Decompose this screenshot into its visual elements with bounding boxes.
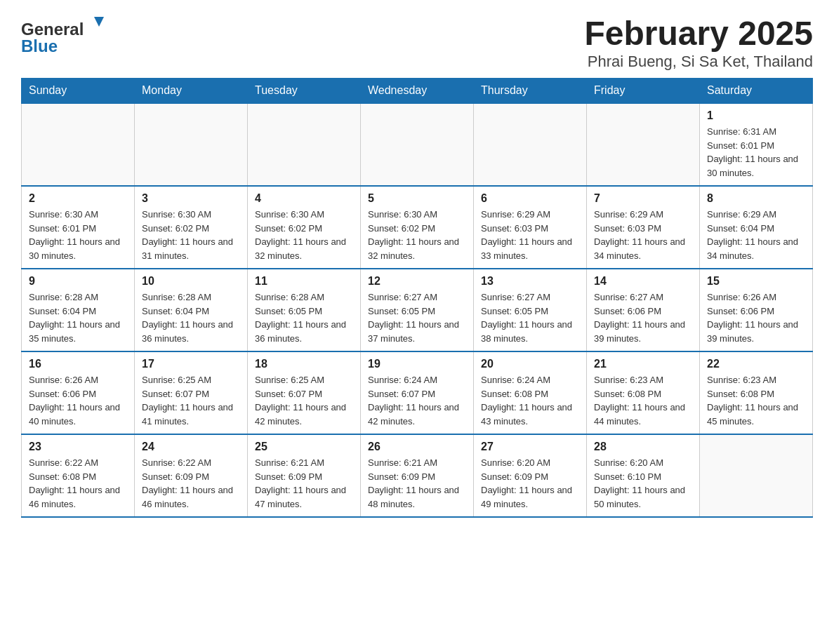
col-sunday: Sunday (22, 79, 135, 104)
calendar-cell-w4-d3: 19Sunrise: 6:24 AM Sunset: 6:07 PM Dayli… (361, 351, 474, 434)
calendar-cell-w5-d0: 23Sunrise: 6:22 AM Sunset: 6:08 PM Dayli… (22, 434, 135, 517)
day-number: 26 (368, 441, 466, 453)
calendar-cell-w4-d2: 18Sunrise: 6:25 AM Sunset: 6:07 PM Dayli… (248, 351, 361, 434)
calendar-table: Sunday Monday Tuesday Wednesday Thursday… (21, 78, 813, 518)
calendar-cell-w5-d6 (700, 434, 813, 517)
day-number: 6 (481, 192, 579, 205)
calendar-cell-w1-d5 (587, 103, 700, 186)
col-tuesday: Tuesday (248, 79, 361, 104)
calendar-cell-w3-d1: 10Sunrise: 6:28 AM Sunset: 6:04 PM Dayli… (135, 269, 248, 351)
svg-text:General: General (21, 20, 84, 39)
day-info: Sunrise: 6:28 AM Sunset: 6:04 PM Dayligh… (142, 290, 240, 345)
day-info: Sunrise: 6:29 AM Sunset: 6:03 PM Dayligh… (594, 208, 692, 262)
day-number: 7 (594, 192, 692, 205)
calendar-cell-w1-d0 (22, 103, 135, 186)
col-friday: Friday (587, 79, 700, 104)
day-number: 17 (142, 358, 240, 370)
calendar-cell-w1-d6: 1Sunrise: 6:31 AM Sunset: 6:01 PM Daylig… (700, 103, 813, 186)
day-info: Sunrise: 6:24 AM Sunset: 6:07 PM Dayligh… (368, 373, 466, 428)
day-info: Sunrise: 6:22 AM Sunset: 6:09 PM Dayligh… (142, 456, 240, 511)
day-number: 20 (481, 358, 579, 370)
svg-text:Blue: Blue (21, 36, 58, 55)
calendar-cell-w1-d1 (135, 103, 248, 186)
day-info: Sunrise: 6:29 AM Sunset: 6:03 PM Dayligh… (481, 208, 579, 262)
day-info: Sunrise: 6:20 AM Sunset: 6:09 PM Dayligh… (481, 456, 579, 511)
calendar-cell-w2-d1: 3Sunrise: 6:30 AM Sunset: 6:02 PM Daylig… (135, 186, 248, 269)
day-number: 13 (481, 275, 579, 288)
day-number: 21 (594, 358, 692, 370)
day-number: 2 (29, 192, 127, 205)
calendar-cell-w3-d6: 15Sunrise: 6:26 AM Sunset: 6:06 PM Dayli… (700, 269, 813, 351)
day-number: 16 (29, 358, 127, 370)
day-number: 28 (594, 441, 692, 453)
logo-svg: General Blue (21, 14, 105, 56)
day-info: Sunrise: 6:24 AM Sunset: 6:08 PM Dayligh… (481, 373, 579, 428)
day-info: Sunrise: 6:31 AM Sunset: 6:01 PM Dayligh… (707, 125, 805, 180)
day-info: Sunrise: 6:27 AM Sunset: 6:05 PM Dayligh… (481, 290, 579, 345)
calendar-cell-w3-d2: 11Sunrise: 6:28 AM Sunset: 6:05 PM Dayli… (248, 269, 361, 351)
calendar-cell-w5-d5: 28Sunrise: 6:20 AM Sunset: 6:10 PM Dayli… (587, 434, 700, 517)
day-info: Sunrise: 6:21 AM Sunset: 6:09 PM Dayligh… (368, 456, 466, 511)
calendar-cell-w3-d3: 12Sunrise: 6:27 AM Sunset: 6:05 PM Dayli… (361, 269, 474, 351)
day-number: 23 (29, 441, 127, 453)
calendar-cell-w5-d3: 26Sunrise: 6:21 AM Sunset: 6:09 PM Dayli… (361, 434, 474, 517)
calendar-cell-w4-d6: 22Sunrise: 6:23 AM Sunset: 6:08 PM Dayli… (700, 351, 813, 434)
day-info: Sunrise: 6:28 AM Sunset: 6:04 PM Dayligh… (29, 290, 127, 345)
calendar-cell-w4-d0: 16Sunrise: 6:26 AM Sunset: 6:06 PM Dayli… (22, 351, 135, 434)
calendar-week-3: 9Sunrise: 6:28 AM Sunset: 6:04 PM Daylig… (22, 269, 813, 351)
calendar-week-1: 1Sunrise: 6:31 AM Sunset: 6:01 PM Daylig… (22, 103, 813, 186)
calendar-week-4: 16Sunrise: 6:26 AM Sunset: 6:06 PM Dayli… (22, 351, 813, 434)
logo: General Blue (21, 14, 105, 56)
calendar-cell-w1-d3 (361, 103, 474, 186)
day-info: Sunrise: 6:23 AM Sunset: 6:08 PM Dayligh… (594, 373, 692, 428)
day-info: Sunrise: 6:25 AM Sunset: 6:07 PM Dayligh… (142, 373, 240, 428)
day-number: 12 (368, 275, 466, 288)
day-number: 8 (707, 192, 805, 205)
calendar-cell-w2-d3: 5Sunrise: 6:30 AM Sunset: 6:02 PM Daylig… (361, 186, 474, 269)
day-info: Sunrise: 6:27 AM Sunset: 6:06 PM Dayligh… (594, 290, 692, 345)
calendar-cell-w2-d5: 7Sunrise: 6:29 AM Sunset: 6:03 PM Daylig… (587, 186, 700, 269)
calendar-cell-w2-d6: 8Sunrise: 6:29 AM Sunset: 6:04 PM Daylig… (700, 186, 813, 269)
calendar-cell-w3-d0: 9Sunrise: 6:28 AM Sunset: 6:04 PM Daylig… (22, 269, 135, 351)
day-number: 14 (594, 275, 692, 288)
day-number: 11 (255, 275, 353, 288)
day-info: Sunrise: 6:22 AM Sunset: 6:08 PM Dayligh… (29, 456, 127, 511)
day-info: Sunrise: 6:30 AM Sunset: 6:01 PM Dayligh… (29, 208, 127, 262)
day-info: Sunrise: 6:20 AM Sunset: 6:10 PM Dayligh… (594, 456, 692, 511)
day-number: 27 (481, 441, 579, 453)
calendar-cell-w1-d4 (474, 103, 587, 186)
calendar-cell-w3-d5: 14Sunrise: 6:27 AM Sunset: 6:06 PM Dayli… (587, 269, 700, 351)
calendar-cell-w5-d1: 24Sunrise: 6:22 AM Sunset: 6:09 PM Dayli… (135, 434, 248, 517)
calendar-week-2: 2Sunrise: 6:30 AM Sunset: 6:01 PM Daylig… (22, 186, 813, 269)
calendar-cell-w5-d2: 25Sunrise: 6:21 AM Sunset: 6:09 PM Dayli… (248, 434, 361, 517)
day-number: 18 (255, 358, 353, 370)
day-info: Sunrise: 6:30 AM Sunset: 6:02 PM Dayligh… (368, 208, 466, 262)
day-number: 1 (707, 109, 805, 122)
day-info: Sunrise: 6:23 AM Sunset: 6:08 PM Dayligh… (707, 373, 805, 428)
day-info: Sunrise: 6:30 AM Sunset: 6:02 PM Dayligh… (255, 208, 353, 262)
svg-marker-1 (94, 17, 104, 27)
day-number: 25 (255, 441, 353, 453)
calendar-cell-w1-d2 (248, 103, 361, 186)
day-info: Sunrise: 6:26 AM Sunset: 6:06 PM Dayligh… (29, 373, 127, 428)
day-number: 10 (142, 275, 240, 288)
col-wednesday: Wednesday (361, 79, 474, 104)
day-number: 9 (29, 275, 127, 288)
calendar-cell-w4-d1: 17Sunrise: 6:25 AM Sunset: 6:07 PM Dayli… (135, 351, 248, 434)
calendar-cell-w4-d4: 20Sunrise: 6:24 AM Sunset: 6:08 PM Dayli… (474, 351, 587, 434)
calendar-header-row: Sunday Monday Tuesday Wednesday Thursday… (22, 79, 813, 104)
day-info: Sunrise: 6:27 AM Sunset: 6:05 PM Dayligh… (368, 290, 466, 345)
day-info: Sunrise: 6:30 AM Sunset: 6:02 PM Dayligh… (142, 208, 240, 262)
col-monday: Monday (135, 79, 248, 104)
calendar-cell-w2-d0: 2Sunrise: 6:30 AM Sunset: 6:01 PM Daylig… (22, 186, 135, 269)
title-block: February 2025 Phrai Bueng, Si Sa Ket, Th… (584, 14, 813, 71)
day-info: Sunrise: 6:29 AM Sunset: 6:04 PM Dayligh… (707, 208, 805, 262)
page-title: February 2025 (584, 14, 813, 53)
day-info: Sunrise: 6:28 AM Sunset: 6:05 PM Dayligh… (255, 290, 353, 345)
col-thursday: Thursday (474, 79, 587, 104)
day-number: 19 (368, 358, 466, 370)
calendar-cell-w5-d4: 27Sunrise: 6:20 AM Sunset: 6:09 PM Dayli… (474, 434, 587, 517)
calendar-cell-w2-d4: 6Sunrise: 6:29 AM Sunset: 6:03 PM Daylig… (474, 186, 587, 269)
day-info: Sunrise: 6:21 AM Sunset: 6:09 PM Dayligh… (255, 456, 353, 511)
day-info: Sunrise: 6:26 AM Sunset: 6:06 PM Dayligh… (707, 290, 805, 345)
